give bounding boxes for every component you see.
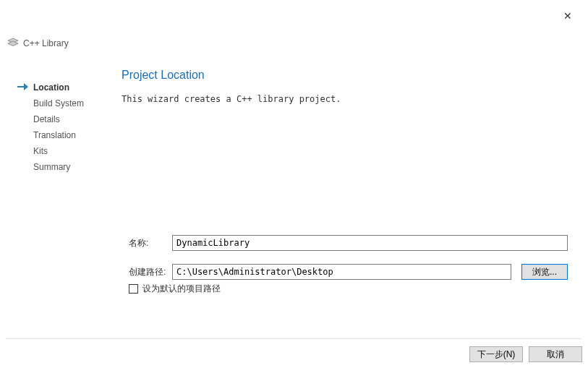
dialog-title: C++ Library: [23, 38, 69, 48]
default-path-row: 设为默认的项目路径: [129, 283, 568, 295]
main-content: Project Location This wizard creates a C…: [122, 69, 574, 104]
nav-step-label: Details: [33, 114, 60, 124]
cancel-button[interactable]: 取消: [529, 346, 582, 362]
arrow-right-icon: [17, 82, 29, 91]
stack-icon: [7, 38, 19, 49]
dialog-header: C++ Library: [7, 38, 69, 49]
next-button[interactable]: 下一步(N): [469, 346, 523, 362]
nav-step-label: Translation: [33, 130, 76, 140]
default-path-label: 设为默认的项目路径: [142, 283, 221, 295]
nav-step-location[interactable]: Location: [19, 80, 106, 95]
page-title: Project Location: [122, 69, 574, 82]
nav-step-kits[interactable]: Kits: [19, 143, 106, 159]
nav-step-summary[interactable]: Summary: [19, 159, 106, 175]
default-path-checkbox[interactable]: [129, 284, 138, 294]
name-input[interactable]: [172, 235, 568, 251]
nav-step-label: Location: [33, 82, 69, 93]
nav-step-label: Summary: [33, 162, 70, 172]
page-description: This wizard creates a C++ library projec…: [122, 94, 574, 104]
form-area: 名称: 创建路径: 浏览... 设为默认的项目路径: [129, 235, 568, 295]
nav-step-translation[interactable]: Translation: [19, 127, 106, 143]
wizard-steps-nav: Location Build System Details Translatio…: [19, 80, 106, 175]
name-row: 名称:: [129, 235, 568, 251]
name-label: 名称:: [129, 237, 172, 249]
nav-step-label: Kits: [33, 146, 48, 156]
close-button[interactable]: ✕: [561, 9, 575, 23]
svg-marker-3: [24, 83, 28, 90]
path-label: 创建路径:: [129, 266, 172, 278]
dialog-footer: 下一步(N) 取消: [6, 338, 582, 362]
nav-step-label: Build System: [33, 98, 84, 108]
nav-step-details[interactable]: Details: [19, 111, 106, 127]
path-row: 创建路径: 浏览...: [129, 264, 568, 280]
svg-marker-1: [8, 41, 18, 46]
nav-step-build-system[interactable]: Build System: [19, 95, 106, 111]
path-input[interactable]: [172, 264, 511, 280]
browse-button[interactable]: 浏览...: [521, 264, 568, 280]
